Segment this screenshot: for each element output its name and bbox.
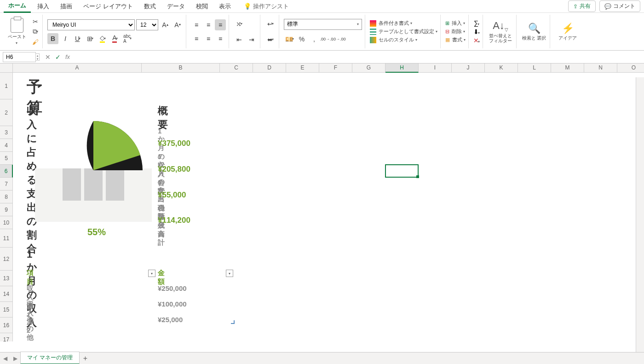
row-header-6[interactable]: 6 bbox=[0, 165, 13, 178]
col-header-C[interactable]: C bbox=[220, 64, 253, 73]
tab-data[interactable]: データ bbox=[162, 0, 190, 12]
row-header-13[interactable]: 13 bbox=[0, 271, 13, 286]
col-header-H[interactable]: H bbox=[385, 64, 419, 73]
col-header-M[interactable]: M bbox=[551, 64, 584, 73]
sheet-nav-next[interactable]: ▶ bbox=[10, 355, 20, 362]
italic-button[interactable]: I bbox=[60, 33, 71, 44]
tab-view[interactable]: 表示 bbox=[214, 0, 236, 12]
col-header-G[interactable]: G bbox=[352, 64, 385, 73]
comment-button[interactable]: 💬コメント bbox=[599, 0, 640, 12]
align-right-icon[interactable]: ≡ bbox=[215, 33, 226, 44]
format-painter-icon[interactable]: 🖌 bbox=[31, 38, 40, 46]
align-left-icon[interactable]: ≡ bbox=[191, 33, 202, 44]
align-center-icon[interactable]: ≡ bbox=[203, 33, 214, 44]
filter-amount-icon[interactable]: ▾ bbox=[226, 270, 233, 277]
col-header-D[interactable]: D bbox=[253, 64, 286, 73]
orientation-icon[interactable]: ⤭▾ bbox=[234, 18, 245, 29]
cancel-icon[interactable]: ✕ bbox=[45, 53, 51, 61]
col-header-L[interactable]: L bbox=[518, 64, 551, 73]
phonetic-button[interactable]: abcA▾ bbox=[122, 33, 133, 44]
find-select-button[interactable]: 🔍検索と 選択 bbox=[521, 23, 547, 40]
share-button[interactable]: ⇪共有 bbox=[568, 0, 596, 12]
decrease-font-icon[interactable]: A▾ bbox=[172, 19, 183, 30]
tab-review[interactable]: 校閲 bbox=[191, 0, 213, 12]
row-header-4[interactable]: 4 bbox=[0, 139, 13, 152]
col-header-O[interactable]: O bbox=[617, 64, 644, 73]
row-header-9[interactable]: 9 bbox=[0, 203, 13, 216]
wrap-text-icon[interactable]: ↩▾ bbox=[265, 18, 276, 29]
format-as-table-button[interactable]: テーブルとして書式設定▾ bbox=[370, 28, 437, 35]
cut-icon[interactable]: ✂ bbox=[31, 17, 40, 26]
vertical-scrollbar[interactable] bbox=[636, 77, 644, 352]
increase-font-icon[interactable]: A▴ bbox=[160, 19, 171, 30]
sheet-nav-prev[interactable]: ◀ bbox=[0, 355, 10, 362]
chart-area[interactable] bbox=[35, 168, 152, 222]
table-corner-handle[interactable] bbox=[231, 320, 235, 324]
bold-button[interactable]: B bbox=[47, 33, 58, 44]
row-header-16[interactable]: 16 bbox=[0, 318, 13, 333]
row-header-1[interactable]: 1 bbox=[0, 73, 13, 99]
formula-bar[interactable] bbox=[70, 52, 644, 62]
insert-cells-button[interactable]: ⊞挿入▾ bbox=[445, 20, 466, 27]
align-top-icon[interactable]: ≡ bbox=[191, 19, 202, 30]
col-header-E[interactable]: E bbox=[286, 64, 319, 73]
tab-formulas[interactable]: 数式 bbox=[139, 0, 161, 12]
format-cells-button[interactable]: ▦書式▾ bbox=[445, 36, 466, 43]
col-header-F[interactable]: F bbox=[319, 64, 352, 73]
underline-button[interactable]: U▾ bbox=[72, 33, 83, 44]
align-bottom-icon[interactable]: ≡ bbox=[215, 19, 226, 30]
row-header-14[interactable]: 14 bbox=[0, 286, 13, 302]
tab-insert[interactable]: 挿入 bbox=[33, 0, 54, 12]
row-header-8[interactable]: 8 bbox=[0, 191, 13, 203]
row-header-3[interactable]: 3 bbox=[0, 126, 13, 139]
align-middle-icon[interactable]: ≡ bbox=[203, 19, 214, 30]
merge-icon[interactable]: ⬌▾ bbox=[265, 34, 276, 45]
decrease-decimal-icon[interactable]: .0→.00 bbox=[334, 34, 345, 45]
tab-layout[interactable]: ページ レイアウト bbox=[79, 0, 138, 12]
font-color-button[interactable]: A▾ bbox=[109, 33, 121, 44]
font-size-select[interactable]: 12 bbox=[136, 19, 158, 30]
cell-styles-button[interactable]: セルのスタイル▾ bbox=[370, 36, 437, 43]
tell-me[interactable]: 💡 操作アシスト bbox=[244, 2, 289, 11]
col-header-I[interactable]: I bbox=[419, 64, 452, 73]
sheet-tab-active[interactable]: マイ マネーの管理 bbox=[20, 352, 80, 364]
col-header-A[interactable]: A bbox=[13, 64, 142, 73]
percent-icon[interactable]: % bbox=[296, 34, 307, 45]
delete-cells-button[interactable]: ⊟削除▾ bbox=[445, 28, 466, 35]
tab-draw[interactable]: 描画 bbox=[56, 0, 77, 12]
name-box[interactable] bbox=[3, 52, 36, 62]
copy-icon[interactable]: ⧉▾ bbox=[31, 28, 40, 36]
paste-button[interactable]: ペースト ▾ bbox=[6, 18, 29, 45]
row-header-7[interactable]: 7 bbox=[0, 178, 13, 191]
ideas-button[interactable]: ⚡アイデア bbox=[555, 23, 581, 40]
fill-icon[interactable]: ⬇▾ bbox=[473, 28, 480, 35]
filter-item-icon[interactable]: ▾ bbox=[148, 270, 155, 277]
sort-filter-button[interactable]: A↓▽並べ替えと フィルター bbox=[488, 20, 513, 43]
comma-icon[interactable]: , bbox=[309, 34, 320, 45]
row-header-2[interactable]: 2 bbox=[0, 99, 13, 126]
row-header-12[interactable]: 12 bbox=[0, 248, 13, 271]
fx-icon[interactable]: fx bbox=[65, 53, 70, 60]
row-header-15[interactable]: 15 bbox=[0, 302, 13, 318]
autosum-icon[interactable]: ∑▾ bbox=[474, 19, 479, 27]
selected-cell[interactable] bbox=[385, 164, 419, 178]
indent-decrease-icon[interactable]: ⇤ bbox=[234, 34, 245, 45]
fill-color-button[interactable]: ◇▾ bbox=[97, 33, 108, 44]
number-format-select[interactable]: 標準▾ bbox=[284, 19, 362, 30]
row-header-17[interactable]: 17 bbox=[0, 333, 13, 341]
border-button[interactable]: ⊞▾ bbox=[85, 33, 96, 44]
currency-icon[interactable]: 💴▾ bbox=[284, 34, 295, 45]
col-header-B[interactable]: B bbox=[142, 64, 220, 73]
row-header-5[interactable]: 5 bbox=[0, 152, 13, 165]
clear-icon[interactable]: ✕▾ bbox=[473, 37, 480, 44]
add-sheet-button[interactable]: + bbox=[80, 354, 91, 363]
indent-increase-icon[interactable]: ⇥ bbox=[246, 34, 257, 45]
enter-icon[interactable]: ✓ bbox=[55, 53, 61, 61]
col-header-K[interactable]: K bbox=[485, 64, 518, 73]
tab-home[interactable]: ホーム bbox=[4, 0, 31, 13]
row-header-11[interactable]: 11 bbox=[0, 229, 13, 248]
font-name-select[interactable]: Meiryo UI bbox=[47, 19, 135, 30]
name-box-spinner[interactable]: ▴▾ bbox=[36, 53, 40, 61]
col-header-J[interactable]: J bbox=[452, 64, 485, 73]
increase-decimal-icon[interactable]: .00→.0 bbox=[321, 34, 332, 45]
